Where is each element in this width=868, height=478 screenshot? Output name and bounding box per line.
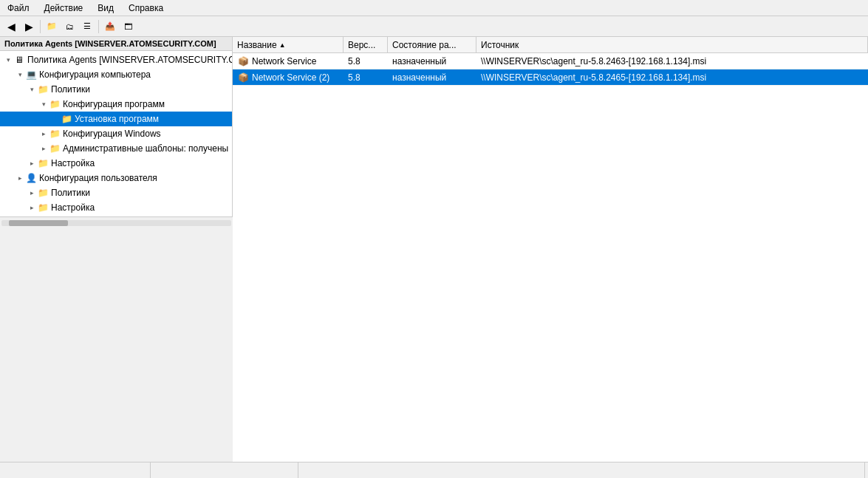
back-button[interactable]: ◀: [3, 18, 19, 35]
item-label: Конфигурация пользователя: [39, 173, 157, 183]
forward-button[interactable]: ▶: [21, 18, 37, 35]
menu-bar: Файл Действие Вид Справка: [0, 0, 868, 16]
tree-item-user-config[interactable]: ▸👤Конфигурация пользователя: [0, 171, 232, 185]
status-seg-1: [3, 462, 151, 478]
expand-btn[interactable]: ▾: [27, 84, 37, 95]
cell-state: назначенный: [388, 53, 476, 69]
tree-item-settings1[interactable]: ▸📁Настройка: [0, 156, 232, 171]
expand-btn[interactable]: ▸: [38, 143, 49, 154]
main-area: Политика Agents [WINSERVER.ATOMSECURITY.…: [0, 37, 868, 462]
cell-name: 📦 Network Service: [233, 53, 344, 69]
cell-source: \\WINSERVER\sc\agent_ru-5.8.2465-[192.16…: [476, 69, 868, 85]
tree-item-comp-config[interactable]: ▾💻Конфигурация компьютера: [0, 67, 232, 82]
list-row[interactable]: 📦 Network Service (2) 5.8 назначенный \\…: [233, 69, 868, 86]
cell-version: 5.8: [344, 53, 388, 69]
cell-name: 📦 Network Service (2): [233, 69, 344, 85]
tree-container[interactable]: ▾🖥Политика Agents [WINSERVER.ATOMSECURIT…: [0, 51, 232, 216]
expand-btn[interactable]: ▸: [27, 188, 37, 198]
show-scope[interactable]: 🗂: [61, 18, 78, 35]
cell-name-text: Network Service: [252, 56, 316, 66]
left-panel-title: Политика Agents [WINSERVER.ATOMSECURITY.…: [0, 37, 232, 51]
bottom-scrollbar[interactable]: [0, 216, 233, 228]
expand-btn[interactable]: ▸: [38, 129, 49, 139]
menu-view[interactable]: Вид: [93, 1, 118, 15]
tree-item-prog-config[interactable]: ▾📁Конфигурация программ: [0, 97, 232, 112]
status-seg-3: [298, 462, 865, 478]
status-bar: [0, 462, 868, 478]
menu-file[interactable]: Файл: [3, 1, 34, 15]
expand-btn[interactable]: ▸: [27, 202, 37, 213]
new-window-button[interactable]: 🗔: [120, 18, 136, 35]
expand-btn[interactable]: ▸: [27, 158, 37, 168]
tree-item-admin-tmpl[interactable]: ▸📁Административные шаблоны: получены: [0, 141, 232, 156]
cell-source: \\WINSERVER\sc\agent_ru-5.8.2463-[192.16…: [476, 53, 868, 69]
item-icon-computer: 💻: [25, 69, 37, 81]
item-icon-folder: 📁: [37, 202, 49, 214]
item-icon-user: 👤: [25, 172, 37, 184]
expand-btn[interactable]: ▾: [15, 69, 25, 80]
export-button[interactable]: 📤: [102, 18, 118, 35]
left-panel-wrapper: Политика Agents [WINSERVER.ATOMSECURITY.…: [0, 37, 233, 462]
expand-btn[interactable]: ▾: [3, 55, 13, 65]
status-seg-2: [151, 462, 298, 478]
item-label: Конфигурация программ: [63, 99, 165, 109]
item-icon-folder: 📁: [49, 128, 61, 140]
item-icon-folder: 📁: [37, 157, 49, 169]
tree-item-win-config[interactable]: ▸📁Конфигурация Windows: [0, 126, 232, 141]
scrollbar-track[interactable]: [1, 220, 231, 226]
expand-btn[interactable]: ▾: [38, 99, 49, 109]
left-panel: Политика Agents [WINSERVER.ATOMSECURITY.…: [0, 37, 233, 216]
item-icon-folder-selected: 📁: [61, 113, 72, 125]
col-header-version[interactable]: Верс...: [344, 37, 388, 52]
item-icon-folder: 📁: [49, 143, 61, 154]
item-label: Конфигурация компьютера: [39, 69, 151, 80]
item-label: Настройка: [51, 158, 95, 168]
toolbar-sep-1: [40, 20, 41, 33]
cell-state: назначенный: [388, 69, 476, 85]
up-button[interactable]: 📁: [44, 18, 60, 35]
col-header-name[interactable]: Название ▲: [233, 37, 344, 52]
sort-arrow-name: ▲: [279, 41, 286, 49]
col-header-state[interactable]: Состояние ра...: [388, 37, 476, 52]
row-icon-msi: 📦: [237, 72, 249, 83]
item-icon-monitor: 🖥: [13, 54, 25, 66]
right-panel: Название ▲ Верс... Состояние ра... Источ…: [233, 37, 868, 462]
menu-help[interactable]: Справка: [124, 1, 168, 15]
item-label: Конфигурация Windows: [63, 129, 161, 139]
item-label: Установка программ: [75, 114, 159, 124]
item-label: Административные шаблоны: получены: [63, 143, 228, 154]
col-header-source[interactable]: Источник: [476, 37, 868, 52]
cell-name-text: Network Service (2): [252, 72, 329, 83]
list-row[interactable]: 📦 Network Service 5.8 назначенный \\WINS…: [233, 53, 868, 69]
toolbar: ◀ ▶ 📁 🗂 ☰ 📤 🗔: [0, 16, 868, 37]
item-icon-folder: 📁: [37, 187, 49, 199]
tree-item-root[interactable]: ▾🖥Политика Agents [WINSERVER.ATOMSECURIT…: [0, 52, 232, 67]
cell-version: 5.8: [344, 69, 388, 85]
tree-item-policies[interactable]: ▾📁Политики: [0, 82, 232, 97]
show-details[interactable]: ☰: [79, 18, 95, 35]
scrollbar-thumb[interactable]: [9, 220, 68, 226]
expand-btn[interactable]: ▸: [15, 173, 25, 183]
item-icon-folder: 📁: [37, 83, 49, 95]
list-header: Название ▲ Верс... Состояние ра... Источ…: [233, 37, 868, 53]
list-content[interactable]: 📦 Network Service 5.8 назначенный \\WINS…: [233, 53, 868, 462]
tree-item-install-prog[interactable]: 📁Установка программ: [0, 112, 232, 126]
item-label: Настройка: [51, 202, 95, 213]
toolbar-sep-2: [98, 20, 99, 33]
tree-item-policies2[interactable]: ▸📁Политики: [0, 185, 232, 200]
item-label: Политики: [51, 188, 90, 198]
item-label: Политики: [51, 84, 90, 95]
item-icon-folder: 📁: [49, 98, 61, 110]
tree-item-settings2[interactable]: ▸📁Настройка: [0, 200, 232, 215]
menu-action[interactable]: Действие: [40, 1, 88, 15]
row-icon-msi: 📦: [237, 55, 249, 67]
expand-btn-empty: [50, 114, 61, 124]
item-label: Политика Agents [WINSERVER.ATOMSECURITY.…: [27, 55, 232, 65]
